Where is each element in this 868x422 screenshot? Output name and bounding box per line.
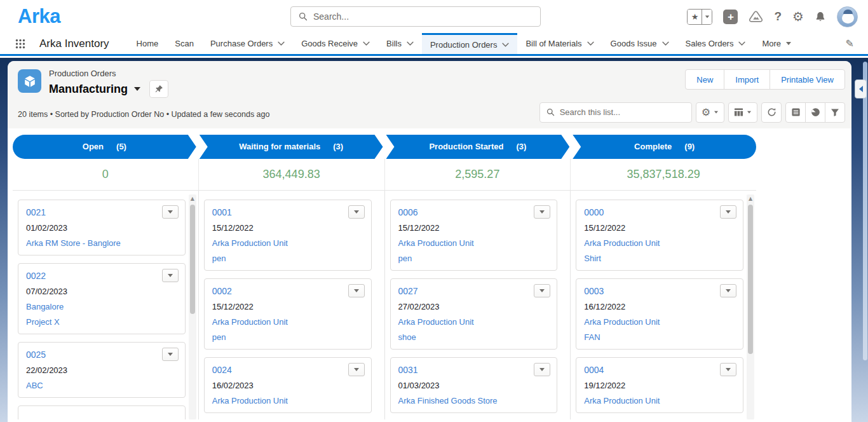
scroll-up-arrow-icon[interactable]: ▲ [747, 196, 754, 201]
pin-list-view-button[interactable] [149, 80, 168, 98]
kanban-card[interactable]: 0002 15/12/2022 Arka Production Unit pen [204, 278, 372, 350]
card-actions-dropdown[interactable] [720, 205, 736, 219]
card-actions-dropdown[interactable] [534, 363, 550, 376]
kanban-card[interactable]: 0004 19/12/2022 Arka Production Unit [576, 357, 743, 413]
kanban-card[interactable]: 0001 15/12/2022 Arka Production Unit pen [204, 200, 372, 271]
kanban-card[interactable]: 0021 01/02/2023 Arka RM Store - Banglore [18, 200, 186, 255]
setup-button[interactable]: ⚙ [792, 10, 804, 23]
refresh-button[interactable] [761, 102, 782, 123]
card-actions-dropdown[interactable] [534, 284, 550, 297]
scroll-up-arrow-icon[interactable]: ▲ [189, 196, 196, 201]
card-link[interactable]: Bangalore [26, 302, 177, 312]
card-link[interactable]: pen [212, 254, 363, 264]
tab-sales-orders[interactable]: Sales Orders [677, 33, 754, 54]
card-link[interactable]: FAN [584, 332, 735, 343]
card-link[interactable]: pen [212, 332, 363, 343]
help-button[interactable]: ? [774, 10, 782, 24]
card-number-link[interactable]: 0025 [26, 350, 46, 360]
kanban-card[interactable]: 0031 01/03/2023 Arka Finished Goods Stor… [390, 357, 558, 413]
card-actions-dropdown[interactable] [534, 205, 550, 219]
stage-complete[interactable]: Complete(9) [573, 135, 756, 159]
tab-home[interactable]: Home [128, 33, 167, 54]
import-button[interactable]: Import [724, 69, 770, 90]
card-link[interactable]: Arka Production Unit [584, 238, 735, 248]
scrollbar-thumb[interactable] [190, 205, 195, 314]
favorites-dropdown-button[interactable] [702, 10, 712, 24]
card-number-link[interactable]: 0004 [584, 365, 604, 375]
list-view-selector-caret-icon[interactable] [134, 87, 140, 91]
kanban-card-partial[interactable] [18, 405, 186, 419]
split-view-button[interactable] [785, 102, 806, 123]
global-actions-button[interactable]: + [723, 10, 738, 24]
kanban-card[interactable]: 0022 07/02/2023 Bangalore Project X [18, 263, 186, 334]
card-link[interactable]: Arka RM Store - Banglore [26, 238, 177, 248]
card-actions-dropdown[interactable] [162, 205, 179, 219]
card-link[interactable]: Arka Production Unit [212, 317, 363, 327]
trailhead-button[interactable] [749, 10, 763, 24]
app-launcher-waffle-icon[interactable] [15, 39, 25, 49]
tab-purchase-orders[interactable]: Purchase Orders [202, 33, 293, 54]
card-actions-dropdown[interactable] [348, 205, 365, 219]
tab-goods-issue[interactable]: Goods Issue [602, 33, 677, 54]
card-link[interactable]: Shirt [584, 254, 735, 264]
stage-waiting-for-materials[interactable]: Waiting for materials(3) [200, 135, 383, 159]
edit-navigation-pencil-icon[interactable]: ✎ [846, 37, 854, 50]
collapse-panel-button[interactable] [855, 79, 867, 99]
tab-bills[interactable]: Bills [378, 33, 422, 54]
list-settings-button[interactable]: ⚙ [696, 102, 724, 123]
card-link[interactable]: Arka Production Unit [398, 238, 550, 248]
card-link[interactable]: Arka Production Unit [212, 238, 363, 248]
card-number-link[interactable]: 0031 [398, 365, 418, 375]
favorites-star-button[interactable]: ★ [688, 10, 702, 24]
card-actions-dropdown[interactable] [720, 284, 736, 297]
card-link[interactable]: Arka Finished Goods Store [398, 396, 550, 406]
card-link[interactable]: Arka Production Unit [584, 396, 735, 406]
card-actions-dropdown[interactable] [162, 348, 179, 361]
stage-production-started[interactable]: Production Started(3) [386, 135, 570, 159]
kanban-card[interactable]: 0024 16/02/2023 Arka Production Unit [204, 357, 372, 413]
card-number-link[interactable]: 0027 [398, 286, 418, 296]
card-link[interactable]: ABC [26, 381, 177, 391]
global-search[interactable] [290, 6, 541, 27]
kanban-card[interactable]: 0006 15/12/2022 Arka Production Unit pen [390, 200, 558, 271]
card-link[interactable]: Arka Production Unit [584, 317, 735, 327]
tab-goods-receive[interactable]: Goods Receive [293, 33, 378, 54]
card-actions-dropdown[interactable] [348, 363, 365, 376]
global-search-input[interactable] [313, 11, 540, 22]
card-link[interactable]: Arka Production Unit [398, 317, 550, 327]
card-actions-dropdown[interactable] [348, 284, 365, 297]
card-number-link[interactable]: 0002 [212, 286, 232, 296]
charts-button[interactable] [805, 102, 825, 123]
tab-production-orders[interactable]: Production Orders [422, 33, 518, 54]
filter-button[interactable] [825, 102, 845, 123]
list-search-input[interactable] [560, 107, 691, 117]
card-number-link[interactable]: 0022 [26, 271, 46, 281]
page-scrollbar[interactable] [863, 62, 867, 360]
card-link[interactable]: Arka Production Unit [212, 396, 363, 406]
tab-bill-of-materials[interactable]: Bill of Materials [517, 33, 602, 54]
card-number-link[interactable]: 0024 [212, 365, 232, 375]
kanban-card[interactable]: 0025 22/02/2023 ABC [18, 342, 186, 398]
stage-open[interactable]: Open(5) [13, 135, 196, 159]
card-number-link[interactable]: 0003 [584, 286, 604, 296]
card-link[interactable]: pen [398, 254, 550, 264]
card-actions-dropdown[interactable] [162, 269, 179, 282]
display-as-kanban-button[interactable] [728, 102, 757, 123]
card-link[interactable]: Project X [26, 317, 177, 327]
column-scrollbar[interactable]: ▲ [189, 194, 196, 419]
notifications-button[interactable] [815, 11, 826, 23]
kanban-card[interactable]: 0027 27/02/2023 Arka Production Unit sho… [390, 278, 558, 350]
list-search[interactable] [539, 102, 692, 123]
card-number-link[interactable]: 0006 [398, 207, 418, 217]
tab-scan[interactable]: Scan [166, 33, 202, 54]
scrollbar-thumb[interactable] [748, 205, 753, 354]
column-scrollbar[interactable]: ▲ [747, 194, 754, 419]
kanban-card[interactable]: 0003 16/12/2022 Arka Production Unit FAN [576, 278, 743, 350]
card-link[interactable]: shoe [398, 332, 550, 343]
kanban-card[interactable]: 0000 15/12/2022 Arka Production Unit Shi… [576, 200, 743, 271]
printable-view-button[interactable]: Printable View [770, 69, 845, 90]
card-number-link[interactable]: 0000 [584, 207, 604, 217]
user-avatar[interactable] [837, 6, 858, 27]
card-number-link[interactable]: 0001 [212, 207, 232, 217]
card-actions-dropdown[interactable] [720, 363, 736, 376]
